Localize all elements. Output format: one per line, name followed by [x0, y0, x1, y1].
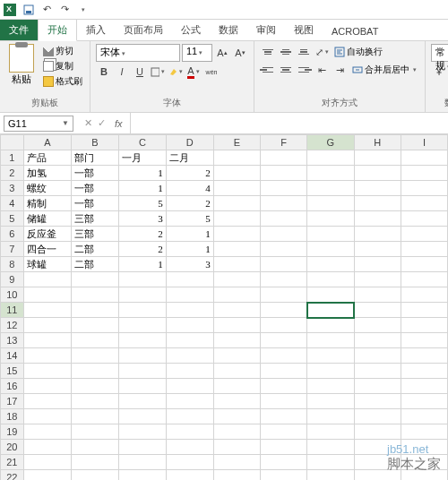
- cell-A7[interactable]: 四合一: [23, 242, 71, 257]
- col-header-H[interactable]: H: [354, 135, 401, 150]
- cell-H6[interactable]: [354, 227, 401, 242]
- cell-F18[interactable]: [261, 409, 307, 424]
- decrease-font-button[interactable]: A▾: [232, 45, 248, 61]
- cell-D9[interactable]: [166, 272, 213, 287]
- decrease-indent-button[interactable]: ⇤: [314, 62, 330, 78]
- cell-I4[interactable]: [401, 196, 447, 211]
- cell-D11[interactable]: [166, 303, 213, 318]
- cell-I17[interactable]: [401, 394, 447, 409]
- cell-D16[interactable]: [166, 379, 213, 394]
- col-header-C[interactable]: C: [118, 135, 166, 150]
- cell-I8[interactable]: [401, 257, 447, 272]
- cell-D20[interactable]: [166, 440, 213, 455]
- cell-H17[interactable]: [354, 394, 401, 409]
- cell-E22[interactable]: [213, 470, 260, 481]
- cell-C4[interactable]: 5: [118, 196, 166, 211]
- cell-A11[interactable]: [23, 303, 71, 318]
- cell-H9[interactable]: [354, 272, 401, 287]
- row-header-20[interactable]: 20: [1, 440, 24, 455]
- row-header-7[interactable]: 7: [1, 242, 24, 257]
- cell-F6[interactable]: [261, 227, 307, 242]
- copy-button[interactable]: 复制: [41, 59, 84, 73]
- cell-F7[interactable]: [261, 242, 307, 257]
- cell-C16[interactable]: [118, 379, 166, 394]
- tab-view[interactable]: 视图: [285, 20, 323, 40]
- cell-G15[interactable]: [307, 364, 354, 379]
- cell-I3[interactable]: [401, 181, 447, 196]
- cell-H14[interactable]: [354, 348, 401, 364]
- cell-E17[interactable]: [213, 394, 260, 409]
- align-bottom-button[interactable]: [296, 45, 312, 59]
- cell-C20[interactable]: [118, 440, 166, 455]
- cell-D19[interactable]: [166, 424, 213, 440]
- cell-H19[interactable]: [354, 424, 401, 440]
- cell-C1[interactable]: 一月: [118, 150, 166, 166]
- cell-I15[interactable]: [401, 364, 447, 379]
- cell-G17[interactable]: [307, 394, 354, 409]
- row-header-2[interactable]: 2: [1, 166, 24, 181]
- cell-A20[interactable]: [23, 440, 71, 455]
- cell-E21[interactable]: [213, 455, 260, 470]
- cell-B12[interactable]: [72, 318, 119, 333]
- cell-B15[interactable]: [72, 364, 119, 379]
- cell-D8[interactable]: 3: [166, 257, 213, 272]
- cell-D13[interactable]: [166, 333, 213, 348]
- cell-A4[interactable]: 精制: [23, 196, 71, 211]
- row-header-14[interactable]: 14: [1, 348, 24, 364]
- cell-E8[interactable]: [213, 257, 260, 272]
- phonetic-button[interactable]: wén: [203, 64, 220, 80]
- cell-H10[interactable]: [354, 287, 401, 303]
- cell-C18[interactable]: [118, 409, 166, 424]
- tab-acrobat[interactable]: ACROBAT: [323, 22, 387, 40]
- cell-E18[interactable]: [213, 409, 260, 424]
- cell-F9[interactable]: [261, 272, 307, 287]
- cell-E19[interactable]: [213, 424, 260, 440]
- cell-D2[interactable]: 2: [166, 166, 213, 181]
- cell-E16[interactable]: [213, 379, 260, 394]
- cell-G8[interactable]: [307, 257, 354, 272]
- orientation-button[interactable]: ⤢: [314, 44, 330, 60]
- cell-F14[interactable]: [261, 348, 307, 364]
- tab-insert[interactable]: 插入: [77, 20, 115, 40]
- cell-I5[interactable]: [401, 211, 447, 227]
- col-header-G[interactable]: G: [307, 135, 354, 150]
- cell-C2[interactable]: 1: [118, 166, 166, 181]
- row-header-13[interactable]: 13: [1, 333, 24, 348]
- cell-D21[interactable]: [166, 455, 213, 470]
- number-format-select[interactable]: 常规: [431, 44, 448, 62]
- cell-F16[interactable]: [261, 379, 307, 394]
- cell-B2[interactable]: 一部: [72, 166, 119, 181]
- align-right-button[interactable]: [296, 63, 312, 77]
- cell-D14[interactable]: [166, 348, 213, 364]
- qat-customize-icon[interactable]: [75, 3, 90, 17]
- cell-G11[interactable]: [307, 303, 354, 318]
- cell-F15[interactable]: [261, 364, 307, 379]
- cell-A18[interactable]: [23, 409, 71, 424]
- cell-F8[interactable]: [261, 257, 307, 272]
- cell-B10[interactable]: [72, 287, 119, 303]
- row-header-6[interactable]: 6: [1, 227, 24, 242]
- cell-H13[interactable]: [354, 333, 401, 348]
- font-name-select[interactable]: 宋体: [96, 44, 180, 62]
- cell-A6[interactable]: 反应釜: [23, 227, 71, 242]
- cancel-icon[interactable]: ✕: [84, 117, 92, 129]
- cell-F21[interactable]: [261, 455, 307, 470]
- cell-C5[interactable]: 3: [118, 211, 166, 227]
- col-header-F[interactable]: F: [261, 135, 307, 150]
- row-header-22[interactable]: 22: [1, 470, 24, 481]
- cell-C12[interactable]: [118, 318, 166, 333]
- merge-center-button[interactable]: 合并后居中: [349, 63, 419, 77]
- cell-I7[interactable]: [401, 242, 447, 257]
- row-header-10[interactable]: 10: [1, 287, 24, 303]
- align-top-button[interactable]: [260, 45, 276, 59]
- cell-A10[interactable]: [23, 287, 71, 303]
- cell-I14[interactable]: [401, 348, 447, 364]
- cell-B3[interactable]: 一部: [72, 181, 119, 196]
- tab-review[interactable]: 审阅: [247, 20, 285, 40]
- cell-H18[interactable]: [354, 409, 401, 424]
- undo-icon[interactable]: ↶: [39, 3, 54, 17]
- save-icon[interactable]: [22, 3, 36, 17]
- cell-A22[interactable]: [23, 470, 71, 481]
- align-middle-button[interactable]: [278, 45, 294, 59]
- cell-B14[interactable]: [72, 348, 119, 364]
